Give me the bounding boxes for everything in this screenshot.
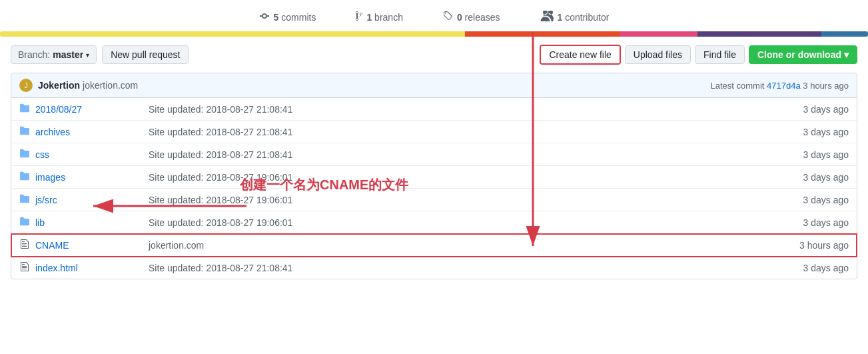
- file-time: 3 days ago: [803, 263, 849, 273]
- file-name-link[interactable]: images: [35, 172, 135, 183]
- contributors-count-link[interactable]: 1 contributor: [558, 12, 610, 23]
- file-message: jokertion.com: [149, 240, 786, 251]
- branch-icon: [356, 11, 362, 23]
- table-row: images Site updated: 2018-08-27 19:06:01…: [11, 166, 857, 189]
- stats-bar: 5 commits 1 branch 0 releases 1 contribu…: [0, 0, 868, 23]
- branch-name: master: [53, 49, 83, 60]
- releases-count-link[interactable]: 0 releases: [457, 12, 500, 23]
- file-name-link[interactable]: lib: [35, 217, 135, 228]
- file-name-link[interactable]: js/src: [35, 195, 135, 205]
- folder-icon: [19, 216, 30, 229]
- find-file-button[interactable]: Find file: [695, 45, 745, 64]
- clone-or-download-button[interactable]: Clone or download ▾: [749, 45, 857, 64]
- branch-label-text: Branch:: [18, 49, 50, 60]
- file-name-link[interactable]: archives: [35, 127, 135, 137]
- table-row: CNAME jokertion.com 3 hours ago: [11, 234, 857, 257]
- latest-commit-info: Latest commit 4717d4a 3 hours ago: [711, 81, 849, 91]
- lang-segment-orange: [465, 31, 620, 37]
- avatar: J: [19, 79, 33, 92]
- table-row: index.html Site updated: 2018-08-27 21:0…: [11, 257, 857, 279]
- lang-segment-yellow: [0, 31, 465, 37]
- commit-icon: [259, 11, 270, 23]
- file-name-link[interactable]: css: [35, 149, 135, 160]
- table-row: js/src Site updated: 2018-08-27 19:06:01…: [11, 189, 857, 211]
- file-message: Site updated: 2018-08-27 21:08:41: [149, 263, 790, 273]
- file-name-link[interactable]: CNAME: [35, 240, 135, 251]
- file-name-link[interactable]: index.html: [35, 263, 135, 273]
- commits-stat[interactable]: 5 commits: [259, 11, 316, 23]
- folder-icon: [19, 171, 30, 183]
- committer-name[interactable]: Jokertion: [38, 80, 80, 91]
- file-icon: [19, 261, 30, 274]
- file-time: 3 days ago: [803, 217, 849, 228]
- commits-count-link[interactable]: 5 commits: [274, 12, 316, 23]
- file-message: Site updated: 2018-08-27 19:06:01: [149, 172, 790, 183]
- file-time: 3 days ago: [803, 172, 849, 183]
- file-time: 3 days ago: [803, 104, 849, 115]
- file-time: 3 days ago: [803, 127, 849, 137]
- file-rows: 2018/08/27 Site updated: 2018-08-27 21:0…: [11, 98, 857, 279]
- file-message: Site updated: 2018-08-27 21:08:41: [149, 104, 790, 115]
- lang-segment-blue: [821, 31, 868, 37]
- branches-stat[interactable]: 1 branch: [356, 11, 403, 23]
- table-row: lib Site updated: 2018-08-27 19:06:01 3 …: [11, 211, 857, 234]
- chevron-down-icon: ▾: [844, 49, 849, 60]
- language-bar: [0, 31, 868, 37]
- folder-icon: [19, 125, 30, 138]
- file-time: 3 hours ago: [799, 240, 849, 251]
- commit-header: J Jokertion jokertion.com Latest commit …: [11, 73, 857, 98]
- lang-segment-purple: [697, 31, 821, 37]
- lang-segment-pink: [620, 31, 697, 37]
- page-container: 5 commits 1 branch 0 releases 1 contribu…: [0, 0, 868, 279]
- table-row: css Site updated: 2018-08-27 21:08:41 3 …: [11, 143, 857, 166]
- table-row: 2018/08/27 Site updated: 2018-08-27 21:0…: [11, 98, 857, 121]
- people-icon: [540, 11, 554, 23]
- file-icon: [19, 239, 30, 251]
- file-name-link[interactable]: 2018/08/27: [35, 104, 135, 115]
- folder-icon: [19, 193, 30, 206]
- chevron-down-icon: ▾: [86, 51, 89, 59]
- branches-count: 1: [366, 12, 372, 23]
- contributors-stat[interactable]: 1 contributor: [540, 11, 610, 23]
- file-message: Site updated: 2018-08-27 21:08:41: [149, 149, 790, 160]
- committer-link: jokertion.com: [83, 80, 138, 91]
- tag-icon: [443, 11, 453, 23]
- toolbar-right: Create new file Upload files Find file C…: [540, 45, 857, 65]
- create-new-file-button[interactable]: Create new file: [541, 46, 619, 63]
- folder-icon: [19, 103, 30, 115]
- create-new-wrapper: Create new file: [540, 45, 620, 65]
- new-pull-request-button[interactable]: New pull request: [102, 45, 189, 64]
- file-time: 3 days ago: [803, 149, 849, 160]
- releases-count: 0: [457, 12, 462, 23]
- commits-count: 5: [274, 12, 279, 23]
- file-message: Site updated: 2018-08-27 19:06:01: [149, 217, 790, 228]
- file-list: J Jokertion jokertion.com Latest commit …: [11, 73, 857, 279]
- branch-selector[interactable]: Branch: master ▾: [11, 45, 97, 64]
- table-row: archives Site updated: 2018-08-27 21:08:…: [11, 121, 857, 143]
- file-message: Site updated: 2018-08-27 19:06:01: [149, 195, 790, 205]
- commit-hash-link[interactable]: 4717d4a: [767, 81, 801, 91]
- releases-stat[interactable]: 0 releases: [443, 11, 500, 23]
- folder-icon: [19, 148, 30, 161]
- upload-files-button[interactable]: Upload files: [625, 45, 691, 64]
- toolbar: Branch: master ▾ New pull request Create…: [0, 37, 868, 73]
- contributors-count: 1: [558, 12, 563, 23]
- file-time: 3 days ago: [803, 195, 849, 205]
- branches-count-link[interactable]: 1 branch: [366, 12, 403, 23]
- clone-label: Clone or download: [757, 49, 841, 60]
- file-message: Site updated: 2018-08-27 21:08:41: [149, 127, 790, 137]
